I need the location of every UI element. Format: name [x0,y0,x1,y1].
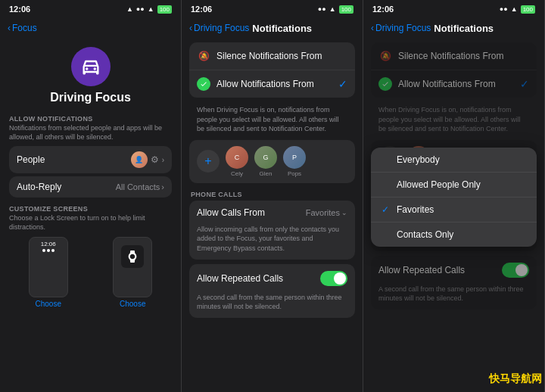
dropdown-everybody[interactable]: Everybody [371,148,537,173]
silence-row-2[interactable]: 🔕 Silence Notifications From [189,42,355,70]
notif-content-2: 🔕 Silence Notifications From Allow Notif… [182,39,363,392]
dropdown-label-everybody: Everybody [397,154,440,165]
allow-row-2[interactable]: Allow Notifications From ✓ [189,70,355,98]
repeated-row-3: Allow Repeated Calls [371,256,537,285]
person-cely: C Cely [226,146,248,177]
person-glen: G Glen [254,146,277,177]
status-bar-3: 12:06 ●● ▲ 100 [363,0,544,17]
auto-reply-chevron: › [161,182,164,191]
hero-section: Driving Focus [0,39,181,110]
wifi-icon: ▲ [148,5,154,13]
auto-reply-row[interactable]: Auto-Reply All Contacts › [9,176,172,198]
back-label-3[interactable]: Driving Focus [375,23,431,33]
allow-notif-header: Allow Notifications [9,115,172,123]
customize-header: Customize Screens [9,205,172,213]
car-icon [80,56,101,77]
silence-label-2: Silence Notifications From [216,51,347,61]
calls-value-2: Favorites ⌄ [306,208,347,217]
allow-notifications-section: Allow Notifications Notifications from s… [0,110,181,201]
watermark: 快马导航网 [489,372,542,386]
name-pops: Pops [288,170,301,177]
dropdown-label-allowed: Allowed People Only [397,179,481,190]
signal-icon-3: ●● [500,5,508,13]
auto-reply-label: Auto-Reply [17,182,61,192]
add-people-btn-2[interactable]: + [197,150,220,173]
watch-icon [121,245,144,268]
checkmark-icon-2: ✓ [338,78,347,90]
allow-notif-desc: Notifications from selected people and a… [9,124,172,142]
nav-back-2[interactable]: ‹ Driving Focus [189,23,249,33]
back-chevron-icon-2: ‹ [189,23,192,33]
back-label-1[interactable]: Focus [12,23,37,33]
avatar-glen: G [254,146,277,169]
battery-icon-2: 100 [339,5,353,14]
repeated-row-2: Allow Repeated Calls [189,264,355,293]
wifi-icon-2: ▲ [329,5,336,13]
back-chevron-icon-3: ‹ [371,23,374,33]
silence-row-3[interactable]: 🔕 Silence Notifications From [371,42,537,70]
status-bar-1: 12:06 ▲ ●● ▲ 100 [0,0,181,17]
status-time-2: 12:06 [191,5,212,14]
dropdown-contacts-only[interactable]: Contacts Only [371,222,537,247]
calls-row-2[interactable]: Allow Calls From Favorites ⌄ [189,201,355,225]
repeated-toggle-2[interactable] [320,271,347,286]
status-time-1: 12:06 [9,5,30,14]
dropdown-label-contacts: Contacts Only [397,229,453,240]
nav-bar-2: ‹ Driving Focus Notifications [182,17,363,39]
signal-icon: ●● [136,5,145,13]
notif-option-card-2: 🔕 Silence Notifications From Allow Notif… [189,42,355,98]
panel-1: 12:06 ▲ ●● ▲ 100 ‹ Focus Driving Focus A… [0,0,182,392]
people-label: People [17,154,45,165]
name-cely: Cely [231,170,243,177]
mock-time-1: 12:06 [33,241,64,247]
screen-mock-2 [113,237,152,297]
allow-calls-label-2: Allow Calls From [197,207,265,218]
screen-mock-1: 12:06 [29,237,68,297]
nav-title-3: Notifications [434,23,494,34]
notif-option-card-3: 🔕 Silence Notifications From Allow Notif… [371,42,537,98]
dropdown-favorites[interactable]: ✓ Favorites [371,198,537,222]
dropdown-label-favorites: Favorites [397,204,434,215]
people-row[interactable]: People 👤 ⚙ › [9,146,172,173]
customize-section: Customize Screens Choose a Lock Screen t… [0,201,181,310]
people-avatars-2: + C Cely G Glen P Pops [197,146,347,177]
repeated-label-2: Allow Repeated Calls [197,273,283,284]
customize-desc: Choose a Lock Screen to turn on to help … [9,214,172,232]
allow-row-3[interactable]: Allow Notifications From ✓ [371,70,537,98]
choose-label-2[interactable]: Choose [120,300,145,308]
status-bar-2: 12:06 ●● ▲ 100 [182,0,363,17]
favorites-text-2: Favorites [306,208,340,217]
calls-card-2: Allow Calls From Favorites ⌄ Allow incom… [189,201,355,260]
back-label-2[interactable]: Driving Focus [194,23,249,33]
allow-label-3: Allow Notifications From [398,79,520,89]
battery-icon-3: 100 [521,5,535,14]
battery-icon: 100 [157,5,172,14]
screen-preview-2: Choose [94,237,173,308]
bell-slash-icon: 🔕 [197,49,210,63]
repeated-label-3: Allow Repeated Calls [378,265,465,275]
repeated-toggle-3[interactable] [502,263,529,278]
auto-reply-value: All Contacts › [116,182,164,191]
nav-bar-1: ‹ Focus [0,17,181,39]
location-icon: ▲ [126,5,133,13]
nav-title-2: Notifications [252,23,312,34]
avatar: 👤 [131,151,148,168]
dot2 [47,249,50,252]
screens-row: 12:06 Choose Choose [9,237,172,308]
driving-focus-title: Driving Focus [50,91,131,104]
svg-point-0 [86,67,89,70]
auto-reply-text: All Contacts [116,182,160,191]
status-icons-2: ●● ▲ 100 [318,5,353,14]
nav-back-3[interactable]: ‹ Driving Focus [371,23,431,33]
calls-desc-2: Allow incoming calls from only the conta… [189,225,355,260]
panel-3: 12:06 ●● ▲ 100 ‹ Driving Focus Notificat… [363,0,545,392]
notif-desc-3: When Driving Focus is on, notifications … [371,102,537,140]
nav-back-1[interactable]: ‹ Focus [8,23,37,33]
people-right: 👤 ⚙ › [131,151,164,168]
dropdown-allowed-only[interactable]: Allowed People Only [371,173,537,198]
bell-slash-icon-3: 🔕 [378,49,392,63]
green-check-icon-3 [378,77,392,91]
status-icons-1: ▲ ●● ▲ 100 [126,5,172,14]
repeated-card-2: Allow Repeated Calls A second call from … [189,264,355,318]
choose-label-1[interactable]: Choose [36,300,61,308]
